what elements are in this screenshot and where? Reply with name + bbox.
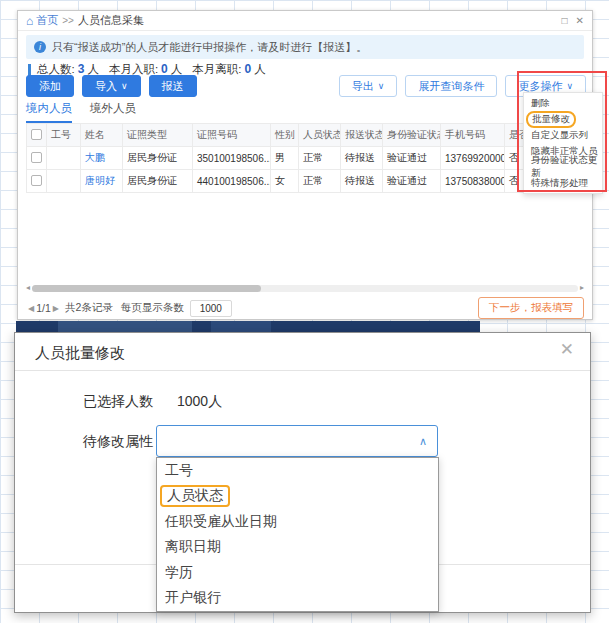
scrollbar-thumb[interactable] bbox=[32, 285, 261, 292]
person-name-link[interactable]: 唐明好 bbox=[85, 175, 115, 186]
caret-down-icon: ∨ bbox=[378, 82, 385, 91]
attribute-select[interactable]: ∧ bbox=[156, 425, 438, 457]
caret-down-icon: ∨ bbox=[566, 82, 573, 91]
caret-up-icon: ∧ bbox=[419, 435, 427, 448]
more-actions-menu: 删除 批量修改 自定义显示列 隐藏非正常人员 身份验证状态更新 特殊情形处理 bbox=[523, 92, 603, 194]
send-button[interactable]: 报送 bbox=[149, 75, 197, 97]
batch-modify-modal: 人员批量修改 ✕ 已选择人数 1000人 待修改属性 ∧ 工号 人员状态 任职受… bbox=[14, 332, 591, 613]
option-emp-no[interactable]: 工号 bbox=[157, 458, 438, 484]
table-row: 大鹏 居民身份证 350100198506... 男 正常 待报送 验证通过 1… bbox=[27, 147, 586, 170]
person-status-highlight: 人员状态 bbox=[160, 485, 230, 507]
maximize-icon[interactable]: □ bbox=[562, 15, 568, 26]
stat-total-unit: 人 bbox=[87, 63, 99, 75]
modal-close-icon[interactable]: ✕ bbox=[560, 339, 574, 360]
obscured-window-bar bbox=[16, 321, 480, 332]
menu-item-custom-columns[interactable]: 自定义显示列 bbox=[524, 127, 602, 143]
window-controls: □ ✕ bbox=[562, 15, 584, 26]
breadcrumb: ⌂ 首页 >> 人员信息采集 □ ✕ bbox=[18, 11, 592, 31]
info-alert: i 只有“报送成功”的人员才能进行申报操作，请及时进行【报送】。 bbox=[26, 35, 584, 59]
attribute-label: 待修改属性 bbox=[83, 433, 153, 451]
col-emp-no: 工号 bbox=[47, 124, 81, 147]
pagination-bar: ◀ 1/1 ▶ 共2条记录 每页显示条数 下一步，报表填写 bbox=[26, 297, 584, 319]
pager-prev-icon[interactable]: ◀ bbox=[28, 304, 34, 313]
stats-accent-bar bbox=[28, 64, 31, 76]
batch-modify-highlight: 批量修改 bbox=[526, 111, 576, 128]
page-size-label: 每页显示条数 bbox=[121, 301, 184, 315]
menu-item-batch-modify[interactable]: 批量修改 bbox=[524, 111, 602, 127]
add-button[interactable]: 添加 bbox=[26, 75, 74, 97]
page-size-input[interactable] bbox=[190, 300, 232, 317]
option-bank[interactable]: 开户银行 bbox=[157, 586, 438, 612]
option-leave-date[interactable]: 离职日期 bbox=[157, 535, 438, 561]
export-button[interactable]: 导出∨ bbox=[339, 75, 398, 97]
col-name: 姓名 bbox=[81, 124, 123, 147]
total-records: 共2条记录 bbox=[65, 301, 113, 315]
attribute-dropdown: 工号 人员状态 任职受雇从业日期 离职日期 学历 开户银行 bbox=[156, 457, 439, 612]
tab-overseas[interactable]: 境外人员 bbox=[90, 101, 136, 123]
scroll-right-icon[interactable]: ▸ bbox=[580, 284, 584, 292]
select-all-checkbox[interactable] bbox=[31, 129, 42, 140]
selected-count-row: 已选择人数 1000人 bbox=[83, 393, 222, 411]
stat-hired-unit: 人 bbox=[171, 63, 183, 75]
table-row: 唐明好 居民身份证 440100198506... 女 正常 待报送 验证通过 … bbox=[27, 170, 586, 193]
pager-next-icon[interactable]: ▶ bbox=[53, 304, 59, 313]
home-icon: ⌂ bbox=[26, 14, 33, 28]
stat-hired-value: 0 bbox=[161, 62, 168, 76]
col-phone: 手机号码 bbox=[441, 124, 505, 147]
row-checkbox[interactable] bbox=[31, 152, 42, 163]
next-step-button[interactable]: 下一步，报表填写 bbox=[478, 297, 584, 319]
menu-item-delete[interactable]: 删除 bbox=[524, 95, 602, 111]
selected-count-label: 已选择人数 bbox=[83, 393, 153, 411]
col-cert-no: 证照号码 bbox=[193, 124, 271, 147]
breadcrumb-separator: >> bbox=[62, 15, 74, 26]
col-cert-type: 证照类型 bbox=[123, 124, 193, 147]
import-button[interactable]: 导入∨ bbox=[82, 75, 141, 97]
option-employment-date[interactable]: 任职受雇从业日期 bbox=[157, 509, 438, 535]
stat-hired-label: 本月入职: bbox=[109, 63, 158, 75]
col-person-status: 人员状态 bbox=[299, 124, 341, 147]
selected-count-value: 1000人 bbox=[177, 393, 222, 411]
stat-left-unit: 人 bbox=[254, 63, 266, 75]
horizontal-scrollbar[interactable]: ◂ ▸ bbox=[26, 284, 584, 292]
option-person-status[interactable]: 人员状态 bbox=[157, 484, 438, 510]
person-tabs: 境内人员 境外人员 bbox=[26, 101, 136, 123]
personnel-collection-window: ⌂ 首页 >> 人员信息采集 □ ✕ i 只有“报送成功”的人员才能进行申报操作… bbox=[17, 10, 593, 320]
stat-left-label: 本月离职: bbox=[192, 63, 241, 75]
pager-current: 1/1 bbox=[36, 302, 51, 314]
breadcrumb-home[interactable]: 首页 bbox=[36, 13, 58, 28]
row-checkbox[interactable] bbox=[31, 175, 42, 186]
table-header-row: 工号 姓名 证照类型 证照号码 性别 人员状态 报送状态 身份验证状态 手机号码… bbox=[27, 124, 586, 147]
caret-down-icon: ∨ bbox=[121, 82, 128, 91]
menu-item-verify-update[interactable]: 身份验证状态更新 bbox=[524, 159, 602, 175]
scroll-left-icon[interactable]: ◂ bbox=[26, 284, 30, 292]
info-icon: i bbox=[34, 41, 46, 53]
tab-domestic[interactable]: 境内人员 bbox=[26, 101, 72, 123]
col-verify-status: 身份验证状态 bbox=[383, 124, 441, 147]
option-education[interactable]: 学历 bbox=[157, 560, 438, 586]
stat-total-value: 3 bbox=[78, 62, 85, 76]
toolbar: 添加 导入∨ 报送 导出∨ 展开查询条件 更多操作∨ bbox=[26, 75, 586, 97]
col-gender: 性别 bbox=[271, 124, 299, 147]
personnel-table: 工号 姓名 证照类型 证照号码 性别 人员状态 报送状态 身份验证状态 手机号码… bbox=[26, 123, 585, 215]
breadcrumb-current: 人员信息采集 bbox=[78, 13, 144, 28]
col-report-status: 报送状态 bbox=[341, 124, 383, 147]
person-name-link[interactable]: 大鹏 bbox=[85, 152, 105, 163]
close-icon[interactable]: ✕ bbox=[576, 15, 584, 26]
stat-left-value: 0 bbox=[244, 62, 251, 76]
modal-title: 人员批量修改 bbox=[35, 344, 125, 363]
expand-query-button[interactable]: 展开查询条件 bbox=[405, 75, 497, 97]
modal-title-divider bbox=[15, 370, 590, 371]
stat-total-label: 总人数: bbox=[37, 63, 75, 75]
alert-text: 只有“报送成功”的人员才能进行申报操作，请及时进行【报送】。 bbox=[52, 40, 367, 55]
